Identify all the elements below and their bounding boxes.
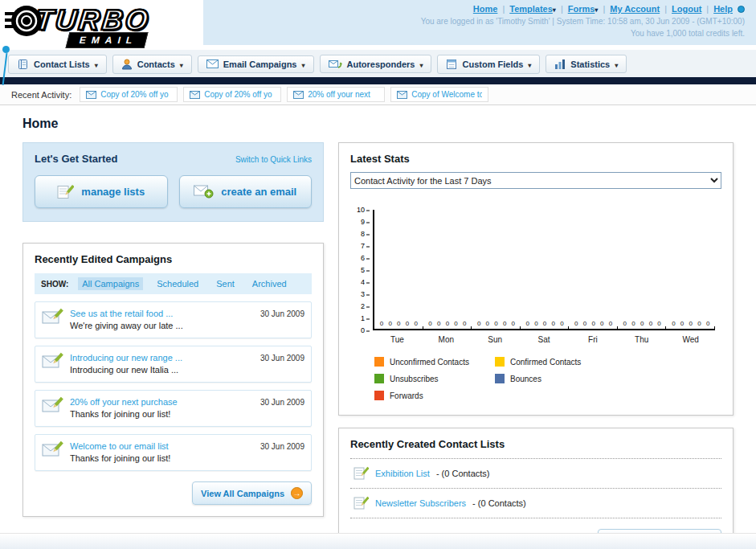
- filter-all-campaigns[interactable]: All Campaigns: [78, 277, 143, 290]
- tab-statistics[interactable]: Statistics: [546, 55, 627, 73]
- campaign-subtitle: We're giving away our late ...: [70, 320, 254, 332]
- top-link-forms[interactable]: Forms: [568, 4, 599, 14]
- campaign-subtitle: Thanks for joining our list!: [70, 408, 254, 420]
- get-started-title: Let's Get Started: [35, 153, 118, 165]
- chart-y-tick-label: 9: [361, 219, 365, 226]
- chart-y-tick-label: 5: [361, 267, 365, 274]
- chart-y-tick-label: 3: [361, 291, 365, 298]
- footer: [0, 533, 756, 549]
- envelope-plus-icon: [194, 185, 214, 199]
- envelope-icon: [86, 91, 96, 99]
- campaign-title-link[interactable]: See us at the retail food ...: [70, 308, 254, 320]
- top-link-templates[interactable]: Templates: [509, 4, 556, 14]
- top-link-home[interactable]: Home: [473, 4, 498, 14]
- filter-sent[interactable]: Sent: [212, 277, 239, 290]
- chart-y-tick-label: 10: [357, 207, 365, 214]
- logo-blue-dot: [2, 46, 10, 53]
- tab-custom-fields[interactable]: Custom Fields: [437, 55, 540, 74]
- view-all-campaigns-label: View All Campaigns: [201, 489, 284, 498]
- campaigns-panel-title: Recently Edited Campaigns: [35, 253, 312, 265]
- divider-bar: [0, 77, 756, 84]
- campaign-row[interactable]: 20% off your next purchase Thanks for jo…: [35, 390, 312, 427]
- show-label: SHOW:: [41, 280, 68, 289]
- campaign-row[interactable]: Welcome to our email list Thanks for joi…: [35, 434, 312, 471]
- tab-contacts[interactable]: Contacts: [112, 55, 192, 74]
- recent-activity-item[interactable]: Copy of 20% off yo: [183, 87, 281, 102]
- main-nav: Contact Lists Contacts Email Campaigns A…: [0, 50, 756, 77]
- campaign-row[interactable]: Introducing our new range ... Introducin…: [35, 346, 312, 383]
- chart-x-tick-label: Wed: [666, 330, 715, 344]
- stats-range-select[interactable]: Contact Activity for the Last 7 Days: [350, 172, 721, 189]
- separator: [706, 4, 709, 14]
- campaign-envelope-icon: [42, 440, 63, 457]
- recent-activity-item[interactable]: Copy of Welcome to: [390, 87, 488, 102]
- chart-y-tick-label: 8: [361, 231, 365, 238]
- legend-swatch: [374, 374, 384, 383]
- campaign-date: 30 Jun 2009: [260, 352, 304, 363]
- contact-lists-panel-title: Recently Created Contact Lists: [350, 438, 721, 450]
- top-link-help[interactable]: Help: [713, 4, 733, 14]
- recent-activity-item[interactable]: Copy of 20% off yo: [80, 87, 178, 102]
- legend-label: Unsubscribes: [390, 375, 439, 383]
- contact-list-link[interactable]: Newsletter Subscribers: [375, 498, 466, 508]
- legend-item: Unsubscribes: [374, 374, 495, 383]
- recent-activity-item-label: Copy of Welcome to: [411, 90, 482, 99]
- credits-info: You have 1,000 total credits left.: [631, 28, 745, 39]
- chart-groups: 0 0 0 0 00 0 0 0 00 0 0 0 00 0 0 0 00 0 …: [374, 210, 715, 329]
- separator: [603, 4, 605, 14]
- filter-scheduled[interactable]: Scheduled: [153, 277, 202, 290]
- envelope-icon: [190, 91, 200, 99]
- contact-list-link[interactable]: Exhibition List: [375, 469, 430, 478]
- tab-autoresponders[interactable]: Autoresponders: [320, 55, 432, 73]
- dropdown-caret-icon: [301, 59, 304, 69]
- contact-list-item[interactable]: Newsletter Subscribers - (0 Contacts): [350, 489, 721, 518]
- top-link-my-account[interactable]: My Account: [610, 4, 660, 14]
- chart-bar-group: 0 0 0 0 0: [666, 210, 715, 329]
- get-started-panel: Let's Get Started Switch to Quick Links …: [22, 142, 324, 222]
- chart-value-labels: 0 0 0 0 0: [666, 320, 715, 327]
- campaign-subtitle: Introducing our new Italia ...: [70, 364, 254, 376]
- chart-x-tick-label: Mon: [422, 330, 471, 344]
- recent-activity-label: Recent Activity:: [11, 90, 72, 100]
- chart-bar-group: 0 0 0 0 0: [618, 210, 667, 329]
- campaigns-filter-row: SHOW: All Campaigns Scheduled Sent Archi…: [35, 273, 312, 294]
- legend-label: Bounces: [510, 375, 541, 383]
- create-email-button[interactable]: create an email: [179, 175, 313, 208]
- chart-value-labels: 0 0 0 0 0: [618, 320, 667, 327]
- contact-list-count: - (0 Contacts): [472, 498, 526, 508]
- recent-activity-item-label: Copy of 20% off yo: [100, 90, 171, 99]
- autoresponders-icon: [329, 59, 342, 69]
- left-column: Let's Get Started Switch to Quick Links …: [22, 142, 324, 517]
- recent-activity-item[interactable]: 20% off your next: [287, 87, 385, 102]
- legend-item: Unconfirmed Contacts: [374, 357, 495, 367]
- page-title: Home: [22, 117, 734, 131]
- top-nav: Home Templates Forms My Account Logout H…: [473, 4, 745, 14]
- chart-y-tick-label: 1: [361, 315, 365, 322]
- tab-email-campaigns[interactable]: Email Campaigns: [198, 55, 314, 73]
- globe-icon: [738, 6, 745, 13]
- create-email-label: create an email: [221, 186, 296, 198]
- dropdown-caret-icon: [95, 59, 98, 69]
- campaign-subtitle: Thanks for joining our list!: [70, 453, 254, 465]
- campaign-row[interactable]: See us at the retail food ... We're givi…: [35, 301, 312, 338]
- statistics-icon: [554, 59, 566, 69]
- chart-y-tick-label: 4: [361, 279, 365, 286]
- view-all-campaigns-button[interactable]: View All Campaigns →: [192, 481, 312, 505]
- campaign-title-link[interactable]: 20% off your next purchase: [70, 396, 254, 408]
- chart-x-tick-label: Sun: [471, 330, 520, 344]
- top-link-logout[interactable]: Logout: [672, 4, 701, 14]
- arrow-right-icon: →: [291, 487, 303, 499]
- filter-archived[interactable]: Archived: [248, 277, 291, 290]
- campaign-title-link[interactable]: Introducing our new range ...: [70, 352, 254, 364]
- legend-item: Confirmed Contacts: [495, 357, 615, 367]
- tab-contact-lists[interactable]: Contact Lists: [8, 55, 107, 74]
- switch-quick-links-link[interactable]: Switch to Quick Links: [235, 155, 312, 164]
- manage-lists-button[interactable]: manage lists: [35, 175, 168, 208]
- contact-list-item[interactable]: Exhibition List - (0 Contacts): [350, 458, 721, 489]
- logo-subtext: EMAIL: [66, 32, 149, 48]
- stats-panel-title: Latest Stats: [350, 153, 721, 165]
- campaign-date: 30 Jun 2009: [260, 308, 304, 318]
- recently-created-contact-lists-panel: Recently Created Contact Lists Exhibitio…: [338, 428, 734, 549]
- dropdown-caret-icon: [419, 59, 423, 69]
- campaign-title-link[interactable]: Welcome to our email list: [70, 440, 254, 453]
